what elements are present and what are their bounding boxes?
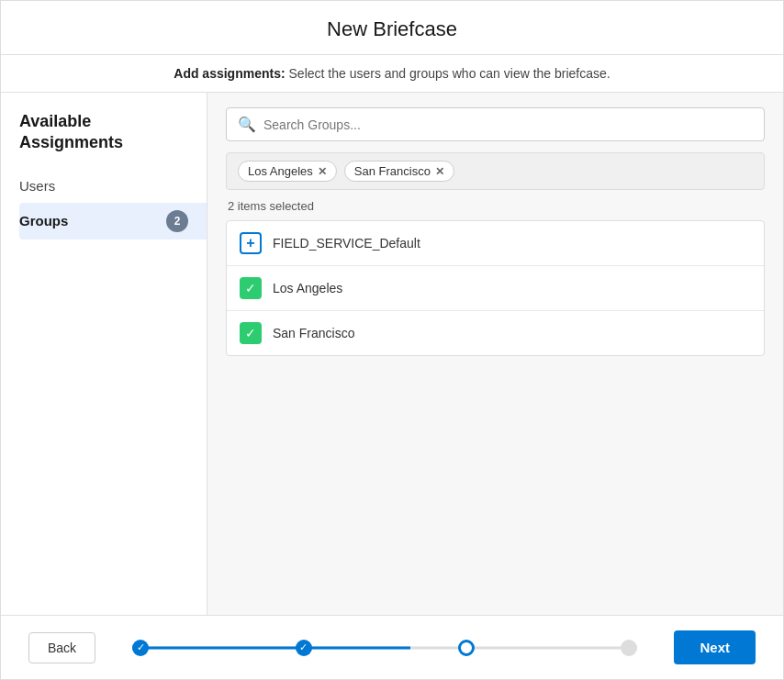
progress-stepper: ✓ ✓ [132,640,637,656]
sidebar-item-groups[interactable]: Groups 2 [19,203,207,240]
subtitle-bar: Add assignments: Select the users and gr… [1,55,783,93]
dialog-header: New Briefcase [1,1,783,55]
step-spacer-3 [475,646,621,649]
dialog-title: New Briefcase [327,17,457,40]
search-box: 🔍 [226,107,765,141]
selected-tags-area: Los Angeles ✕ San Francisco ✕ [226,152,765,190]
check-icon-san-francisco: ✓ [240,322,262,344]
step-spacer-2 [312,646,458,649]
step-4 [621,640,637,656]
list-item-field-service[interactable]: + FIELD_SERVICE_Default [227,221,764,266]
subtitle-text: Select the users and groups who can view… [289,66,610,81]
footer: Back ✓ ✓ Next [1,615,783,679]
search-input[interactable] [263,117,753,132]
step-3 [458,640,475,656]
step-2: ✓ [296,640,312,656]
step-1: ✓ [132,640,149,656]
tag-label-los-angeles: Los Angeles [248,164,313,178]
tag-remove-san-francisco[interactable]: ✕ [435,165,444,178]
tag-remove-los-angeles[interactable]: ✕ [318,165,327,178]
sidebar-label-groups: Groups [19,213,68,229]
list-label-field-service: FIELD_SERVICE_Default [273,236,420,251]
list-label-los-angeles: Los Angeles [273,281,342,295]
groups-badge: 2 [166,210,188,232]
list-label-san-francisco: San Francisco [273,326,354,340]
main-panel: 🔍 Los Angeles ✕ San Francisco ✕ 2 items … [207,93,783,615]
subtitle-prefix: Add assignments: [174,66,285,81]
back-button[interactable]: Back [28,632,95,663]
selected-count: 2 items selected [226,194,765,220]
tag-label-san-francisco: San Francisco [354,164,431,178]
check-icon-los-angeles: ✓ [240,277,262,299]
list-item-los-angeles[interactable]: ✓ Los Angeles [227,266,764,311]
list-item-san-francisco[interactable]: ✓ San Francisco [227,311,764,355]
tag-san-francisco[interactable]: San Francisco ✕ [344,161,454,182]
add-icon-field-service: + [240,232,262,254]
sidebar: AvailableAssignments Users Groups 2 [1,93,207,615]
sidebar-item-users[interactable]: Users [19,171,207,201]
step-spacer-1 [149,646,295,649]
sidebar-label-users: Users [19,178,55,194]
content-area: AvailableAssignments Users Groups 2 🔍 Lo… [1,93,783,615]
tag-los-angeles[interactable]: Los Angeles ✕ [238,161,337,182]
group-list: + FIELD_SERVICE_Default ✓ Los Angeles ✓ … [226,220,765,356]
search-icon: 🔍 [238,116,256,133]
next-button[interactable]: Next [674,630,756,664]
sidebar-heading: AvailableAssignments [19,111,207,154]
